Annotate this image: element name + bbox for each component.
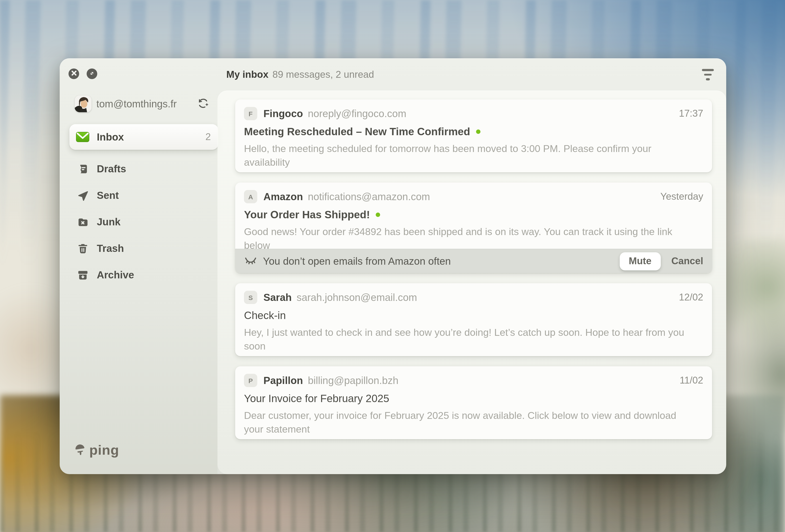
sender-avatar: S xyxy=(244,291,257,304)
sidebar-item-label: Junk xyxy=(97,216,121,228)
sender-avatar: P xyxy=(244,374,257,387)
email-timestamp: Yesterday xyxy=(660,191,703,203)
titlebar: My inbox 89 messages, 2 unread xyxy=(60,58,726,90)
email-content: PPapillonbilling@papillon.bzh11/02Your I… xyxy=(235,366,712,439)
trash-icon xyxy=(76,242,89,255)
sender-name: Fingoco xyxy=(263,108,303,119)
fullscreen-icon xyxy=(89,70,95,78)
screen: My inbox 89 messages, 2 unread xyxy=(0,0,785,532)
email-preview: Hello, the meeting scheduled for tomorro… xyxy=(244,142,688,169)
email-subject: Meeting Rescheduled – New Time Confirmed xyxy=(244,126,470,138)
page-title: My inbox 89 messages, 2 unread xyxy=(226,58,374,90)
user-photo-avatar xyxy=(75,96,92,112)
fullscreen-window-button[interactable] xyxy=(86,69,97,79)
email-list-panel: FFingoconoreply@fingoco.com17:37Meeting … xyxy=(218,90,726,474)
email-content: FFingoconoreply@fingoco.com17:37Meeting … xyxy=(235,100,712,172)
sender-address: billing@papillon.bzh xyxy=(308,374,399,387)
email-row[interactable]: SSarahsarah.johnson@email.com12/02Check-… xyxy=(235,283,712,356)
mute-button[interactable]: Mute xyxy=(619,252,661,270)
sidebar: tom@tomthings.fr Inbox2 xyxy=(60,90,218,474)
email-content: AAmazonnotifications@amazon.comYesterday… xyxy=(235,183,712,249)
unread-dot xyxy=(376,213,380,217)
folder-nav: Inbox2 Drafts Sent Junk Trash Archive xyxy=(69,124,209,288)
sidebar-item-archive[interactable]: Archive xyxy=(69,262,218,288)
close-window-button[interactable] xyxy=(69,69,79,79)
email-timestamp: 12/02 xyxy=(679,292,703,303)
sidebar-item-label: Trash xyxy=(97,242,124,254)
drafts-icon xyxy=(76,162,89,176)
email-preview: Good news! Your order #34892 has been sh… xyxy=(244,225,688,252)
email-content: SSarahsarah.johnson@email.com12/02Check-… xyxy=(235,283,712,356)
junk-icon xyxy=(76,215,89,229)
mute-suggestion-banner: You don’t open emails from Amazon oftenM… xyxy=(235,249,712,273)
account-email: tom@tomthings.fr xyxy=(96,98,177,110)
send-icon xyxy=(76,189,89,202)
sender-avatar: F xyxy=(244,107,257,120)
archive-icon xyxy=(76,268,89,282)
mail-app-window: My inbox 89 messages, 2 unread xyxy=(60,58,726,474)
sender-address: sarah.johnson@email.com xyxy=(297,291,417,303)
sender-name: Papillon xyxy=(263,374,303,387)
unread-count-badge: 2 xyxy=(205,131,211,143)
email-row[interactable]: FFingoconoreply@fingoco.com17:37Meeting … xyxy=(235,100,712,172)
banner-text: You don’t open emails from Amazon often xyxy=(263,255,451,267)
email-timestamp: 17:37 xyxy=(679,108,703,119)
email-preview: Hey, I just wanted to check in and see h… xyxy=(244,326,688,353)
filter-icon xyxy=(702,69,714,71)
email-timestamp: 11/02 xyxy=(680,375,703,386)
sidebar-item-trash[interactable]: Trash xyxy=(69,235,218,262)
email-subject: Your Order Has Shipped! xyxy=(244,209,370,221)
account-row[interactable]: tom@tomthings.fr xyxy=(75,94,209,113)
unread-dot xyxy=(476,130,480,134)
email-preview: Dear customer, your invoice for February… xyxy=(244,409,688,436)
mushroom-logo-icon xyxy=(75,443,85,457)
sidebar-item-label: Archive xyxy=(97,269,134,281)
sync-button[interactable] xyxy=(196,97,209,110)
sidebar-item-junk[interactable]: Junk xyxy=(69,209,218,235)
sender-name: Amazon xyxy=(263,191,303,203)
close-icon xyxy=(71,70,77,77)
sidebar-item-inbox[interactable]: Inbox2 xyxy=(69,124,218,150)
inbox-title: My inbox xyxy=(226,69,269,80)
envelope-green-icon xyxy=(76,130,89,143)
sync-sparkle-icon xyxy=(197,97,209,110)
sidebar-item-sent[interactable]: Sent xyxy=(69,182,218,209)
cancel-button[interactable]: Cancel xyxy=(672,256,703,267)
sender-address: noreply@fingoco.com xyxy=(308,108,406,119)
email-subject: Check-in xyxy=(244,309,286,322)
sender-name: Sarah xyxy=(263,291,292,303)
email-row[interactable]: AAmazonnotifications@amazon.comYesterday… xyxy=(235,183,712,273)
sidebar-item-label: Drafts xyxy=(97,163,126,175)
sender-address: notifications@amazon.com xyxy=(308,191,430,203)
window-controls xyxy=(69,69,97,79)
email-subject: Your Invoice for February 2025 xyxy=(244,392,389,405)
sidebar-item-drafts[interactable]: Drafts xyxy=(69,156,218,182)
sidebar-item-label: Sent xyxy=(97,189,119,201)
closed-eye-icon xyxy=(244,257,257,266)
inbox-subtitle: 89 messages, 2 unread xyxy=(273,69,374,80)
email-row[interactable]: PPapillonbilling@papillon.bzh11/02Your I… xyxy=(235,366,712,439)
logo-text: ping xyxy=(89,442,119,458)
filter-button[interactable] xyxy=(701,68,715,82)
sender-avatar: A xyxy=(244,190,257,203)
app-logo: ping xyxy=(75,442,119,458)
sidebar-item-label: Inbox xyxy=(97,131,124,143)
email-list: FFingoconoreply@fingoco.com17:37Meeting … xyxy=(235,100,712,449)
